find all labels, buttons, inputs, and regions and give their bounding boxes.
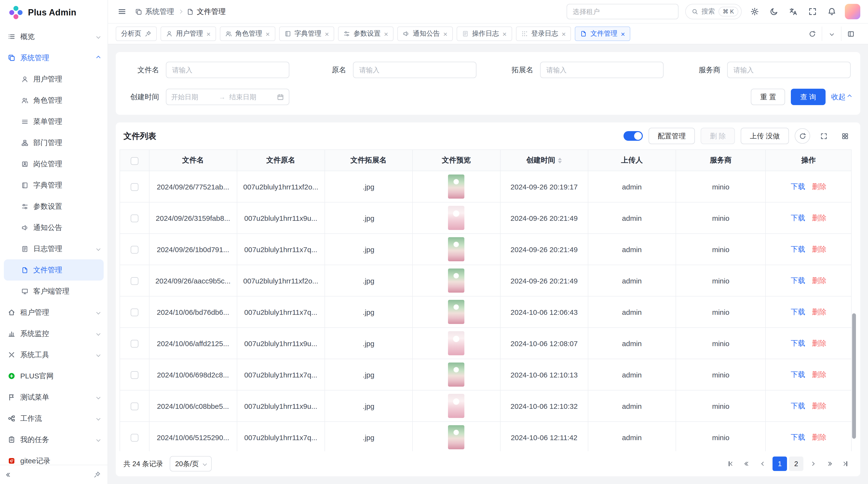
pagination-prev-button[interactable] [756, 456, 771, 471]
date-start-input[interactable] [171, 93, 215, 101]
vertical-scrollbar[interactable] [851, 150, 857, 451]
sidebar-item-file[interactable]: 文件管理 [4, 259, 104, 281]
sidebar-item-my-tasks[interactable]: 我的任务 [0, 429, 107, 450]
sort-icon[interactable] [558, 157, 562, 163]
sidebar-item-dict[interactable]: 字典管理 [0, 174, 107, 196]
delete-link[interactable]: 删除 [812, 433, 826, 441]
reset-button[interactable]: 重 置 [751, 89, 785, 105]
extension-input[interactable] [540, 62, 663, 78]
config-manage-button[interactable]: 配置管理 [649, 128, 695, 144]
file-name-input[interactable] [166, 62, 289, 78]
row-checkbox[interactable] [131, 402, 138, 410]
close-icon[interactable]: × [384, 30, 389, 37]
row-checkbox[interactable] [131, 246, 138, 254]
close-icon[interactable]: × [207, 30, 211, 37]
refresh-list-button[interactable] [795, 128, 810, 144]
pagination-next-jump-button[interactable] [822, 456, 836, 471]
delete-link[interactable]: 删除 [812, 338, 826, 347]
download-link[interactable]: 下载 [790, 338, 805, 347]
download-link[interactable]: 下载 [790, 213, 805, 222]
tab-file[interactable]: 文件管理 × [575, 27, 630, 41]
sidebar-item-dept[interactable]: 部门管理 [0, 132, 107, 153]
sidebar-item-tenant[interactable]: 租户管理 [0, 302, 107, 323]
tab-dict[interactable]: 字典管理 × [279, 27, 334, 41]
avatar[interactable] [845, 4, 860, 19]
pin-icon[interactable] [94, 471, 101, 478]
row-checkbox[interactable] [131, 340, 138, 348]
delete-link[interactable]: 删除 [812, 245, 826, 253]
delete-link[interactable]: 删除 [812, 276, 826, 284]
sidebar-item-param[interactable]: 参数设置 [0, 196, 107, 217]
page-size-select[interactable]: 20条/页 [170, 456, 212, 472]
tenant-select[interactable] [566, 4, 678, 19]
sidebar-item-post[interactable]: 岗位管理 [0, 153, 107, 174]
fullscreen-list-button[interactable] [816, 128, 831, 144]
app-logo[interactable]: Plus Admin [0, 0, 107, 25]
close-icon[interactable]: × [443, 30, 447, 37]
row-checkbox[interactable] [131, 309, 138, 316]
sidebar-item-role[interactable]: 角色管理 [0, 90, 107, 111]
file-preview-image[interactable] [448, 425, 465, 449]
sidebar-item-monitor[interactable]: 系统监控 [0, 323, 107, 344]
download-link[interactable]: 下载 [790, 182, 805, 190]
sidebar-item-workflow[interactable]: 工作流 [0, 408, 107, 429]
row-checkbox[interactable] [131, 434, 138, 442]
close-icon[interactable]: × [266, 30, 270, 37]
sidebar-item-user[interactable]: 用户管理 [0, 68, 107, 90]
file-preview-image[interactable] [448, 362, 465, 387]
pagination-last-button[interactable] [838, 456, 852, 471]
delete-link[interactable]: 删除 [812, 370, 826, 378]
sidebar-item-client[interactable]: 客户端管理 [0, 281, 107, 302]
download-link[interactable]: 下载 [790, 245, 805, 253]
file-preview-image[interactable] [448, 174, 465, 199]
tab-op-log[interactable]: 操作日志 × [457, 27, 512, 41]
column-settings-button[interactable] [837, 128, 852, 144]
sidebar-item-log[interactable]: 日志管理 [0, 238, 107, 259]
pin-icon[interactable] [145, 30, 151, 37]
file-preview-image[interactable] [448, 331, 465, 355]
pagination-prev-jump-button[interactable] [740, 456, 754, 471]
fullscreen-button[interactable] [806, 5, 819, 18]
batch-delete-button[interactable]: 删 除 [701, 128, 735, 144]
tab-role[interactable]: 角色管理 × [220, 27, 275, 41]
toggle-switch[interactable] [623, 131, 643, 141]
close-icon[interactable]: × [502, 30, 507, 37]
settings-button[interactable] [748, 5, 761, 18]
scrollbar-thumb[interactable] [852, 313, 856, 439]
sidebar-item-gitee[interactable]: gitee记录 [0, 450, 107, 465]
sidebar-item-test-menu[interactable]: 测试菜单 [0, 387, 107, 408]
row-checkbox[interactable] [131, 371, 138, 379]
menu-toggle-button[interactable] [116, 5, 128, 18]
tab-analysis[interactable]: 分析页 [116, 27, 157, 41]
language-button[interactable] [787, 5, 800, 18]
global-search[interactable]: 搜索 ⌘ K [685, 4, 742, 19]
delete-link[interactable]: 删除 [812, 213, 826, 222]
tab-user[interactable]: 用户管理 × [161, 27, 216, 41]
download-link[interactable]: 下载 [790, 401, 805, 410]
select-all-checkbox[interactable] [131, 157, 138, 165]
tabs-menu-button[interactable] [822, 27, 841, 41]
delete-link[interactable]: 删除 [812, 182, 826, 190]
query-button[interactable]: 查 询 [791, 89, 825, 105]
breadcrumb-file[interactable]: 文件管理 [187, 7, 226, 16]
tab-param[interactable]: 参数设置 × [338, 27, 394, 41]
sidebar-collapse-button[interactable] [7, 473, 11, 476]
sidebar-item-overview[interactable]: 概览 [0, 26, 107, 47]
upload-button[interactable]: 上传 没做 [741, 128, 789, 144]
dark-mode-button[interactable] [768, 5, 780, 18]
close-icon[interactable]: × [325, 30, 329, 37]
download-link[interactable]: 下载 [790, 276, 805, 284]
row-checkbox[interactable] [131, 277, 138, 285]
tab-login-log[interactable]: 登录日志 × [516, 27, 571, 41]
sidebar-item-menu[interactable]: 菜单管理 [0, 111, 107, 132]
row-checkbox[interactable] [131, 183, 138, 191]
pagination-first-button[interactable] [723, 456, 738, 471]
download-link[interactable]: 下载 [790, 307, 805, 316]
sidebar-item-notice[interactable]: 通知公告 [0, 217, 107, 238]
collapse-filter-link[interactable]: 收起 [831, 92, 850, 101]
layout-button[interactable] [841, 27, 860, 41]
download-link[interactable]: 下载 [790, 433, 805, 441]
file-preview-image[interactable] [448, 394, 465, 418]
original-name-input[interactable] [353, 62, 476, 78]
delete-link[interactable]: 删除 [812, 401, 826, 410]
